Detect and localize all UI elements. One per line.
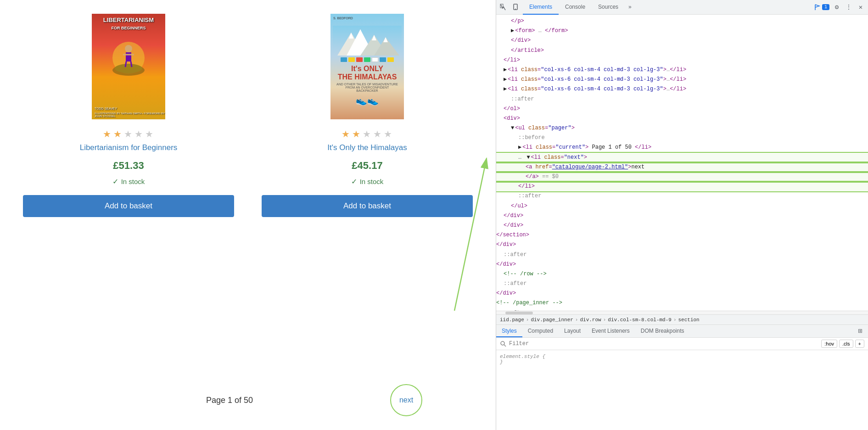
expand-dots[interactable]: … [518,154,521,161]
star-empty-2-1: ★ [363,128,372,138]
star-filled-2-2: ★ [352,128,361,138]
flag-blue [341,57,347,62]
notification-badge: 1 [814,4,829,11]
filter-cls[interactable]: .cls [839,340,853,348]
stars-1: ★ ★ ★ ★ ★ [103,128,154,138]
tree-line-div4: </div> [496,221,868,230]
tab-dom-breakpoints[interactable]: DOM Breakpoints [635,325,690,337]
device-icon[interactable] [512,3,521,12]
star-filled-1-2: ★ [113,128,123,138]
book-title-2[interactable]: It's Only the Himalayas [327,143,407,152]
devtools-breadcrumb: iid.page › div.page_inner › div.row › di… [496,314,868,324]
html-tree: </p> ▶<form> … </form> </div> </article>… [496,15,868,311]
tab-sources[interactable]: Sources [592,0,625,15]
tab-styles[interactable]: Styles [496,325,522,337]
tab-more[interactable]: » [625,0,635,15]
tree-line-li-next-close: </li> [496,182,868,191]
svg-point-2 [115,64,142,73]
tree-line-1: </p> [496,17,868,26]
breadcrumb-iid-page[interactable]: iid.page [500,317,524,323]
tree-line-li-close: </li> [496,56,868,65]
books-grid: LIBERTARIANISMFOR BEGINNERS [9,5,487,375]
tree-line-a-close: </a> == $0 [496,172,868,182]
tab-event-listeners[interactable]: Event Listeners [586,325,635,337]
tree-line-comment-row: <!-- /row --> [496,269,868,279]
breadcrumb-div-row[interactable]: div.row [580,317,601,323]
tree-line-li-1: ▶<li class="col-xs-6 col-sm-4 col-md-3 c… [496,65,868,75]
checkmark-icon-2: ✓ [351,177,357,186]
add-to-basket-btn-1[interactable]: Add to basket [23,195,234,217]
tree-line-section-close: </section> [496,230,868,240]
devtools-toolbar: Elements Console Sources » 1 ⚙ ⋮ ✕ [496,0,868,15]
filter-input[interactable] [509,341,818,347]
star-empty-1-3: ★ [145,128,154,138]
book-card-1: LIBERTARIANISMFOR BEGINNERS [41,9,216,222]
svg-rect-4 [126,52,131,61]
flag-blue2 [380,57,386,62]
svg-point-3 [125,45,132,52]
tab-elements[interactable]: Elements [523,0,559,15]
cover-subtitle-1: FOR BEGINNERS [111,26,146,30]
cover-title-2: It's ONLYTHE HIMALAYAS [338,65,397,81]
tree-line-ul-close: </ul> [496,201,868,211]
devtools-bottom: Styles Computed Layout Event Listeners D… [496,324,868,430]
tree-line-div7: </div> [496,289,868,298]
notification-count: 1 [822,4,829,10]
filter-hov[interactable]: :hov [821,340,837,348]
ellipsis-icon[interactable]: ⋮ [844,3,853,12]
tab-computed[interactable]: Computed [522,325,559,337]
book-cover-2: S. BEDFORD [330,14,404,119]
settings-icon[interactable]: ⚙ [832,3,841,12]
book-cover-1: LIBERTARIANISMFOR BEGINNERS [92,14,165,119]
svg-point-22 [501,341,504,345]
cover-subtitle-2: AND OTHER TALES OF MISADVENTUREFROM AN O… [333,83,401,92]
flag-green [364,57,370,62]
flag-icon [814,4,821,11]
svg-line-6 [125,61,126,67]
breadcrumb-section[interactable]: section [678,317,700,323]
stock-text-1: In stock [121,178,145,185]
tab-toggle-right[interactable]: ⊞ [852,325,868,337]
cover-art-1 [110,33,147,78]
tree-line-li-current: ▶<li class="current"> Page 1 of 50 </li> [496,143,868,152]
breadcrumb-div-page-inner[interactable]: div.page_inner [531,317,573,323]
book-title-1[interactable]: Libertarianism for Beginners [80,143,178,152]
tab-console[interactable]: Console [559,0,592,15]
svg-rect-21 [515,9,516,9]
close-icon[interactable]: ✕ [856,3,865,12]
cover-author-2: S. BEDFORD [333,17,353,20]
tree-line-article: </article> [496,46,868,56]
star-filled-2-1: ★ [342,128,351,138]
breadcrumb-div-col[interactable]: div.col-sm-8.col-md-9 [608,317,672,323]
tree-line-li-next[interactable]: … ▼<li class="next"> [496,153,868,162]
inspect-icon[interactable] [499,3,508,12]
bottom-tabs: Styles Computed Layout Event Listeners D… [496,325,868,338]
add-to-basket-btn-2[interactable]: Add to basket [262,195,473,217]
tree-line-after4: ::after [496,279,868,289]
flag-yellow [348,57,355,62]
book-price-1: £51.33 [113,160,144,172]
tree-line-div1: </div> [496,36,868,45]
filter-plus[interactable]: + [855,340,864,348]
stock-text-2: In stock [360,178,384,185]
tree-line-li-2: ▶<li class="col-xs-6 col-sm-4 col-md-3 c… [496,75,868,84]
pagination-row: Page 1 of 50 next [9,375,487,421]
star-empty-1-2: ★ [134,128,144,138]
cover-illustrator-1: ILLUSTRATIONS BY NATHAN SMITH • FOREWORD… [95,112,165,117]
cover-author-1: TODD SEAVEY [95,107,117,110]
main-content: LIBERTARIANISMFOR BEGINNERS [0,0,496,430]
star-empty-2-3: ★ [384,128,393,138]
star-empty-1-1: ★ [124,128,133,138]
flag-yellow2 [387,57,394,62]
tree-line-before1: ::before [496,133,868,143]
tree-line-div3: </div> [496,211,868,221]
tree-line-div5: </div> [496,240,868,250]
in-stock-1: ✓ In stock [112,177,145,186]
tree-line-after3: ::after [496,250,868,260]
html-scrollbar-h[interactable] [496,311,868,314]
book-card-2: S. BEDFORD [280,9,454,222]
next-button[interactable]: next [390,384,422,416]
tab-layout[interactable]: Layout [559,325,586,337]
star-filled-1-1: ★ [103,128,112,138]
stars-2: ★ ★ ★ ★ ★ [342,128,393,138]
